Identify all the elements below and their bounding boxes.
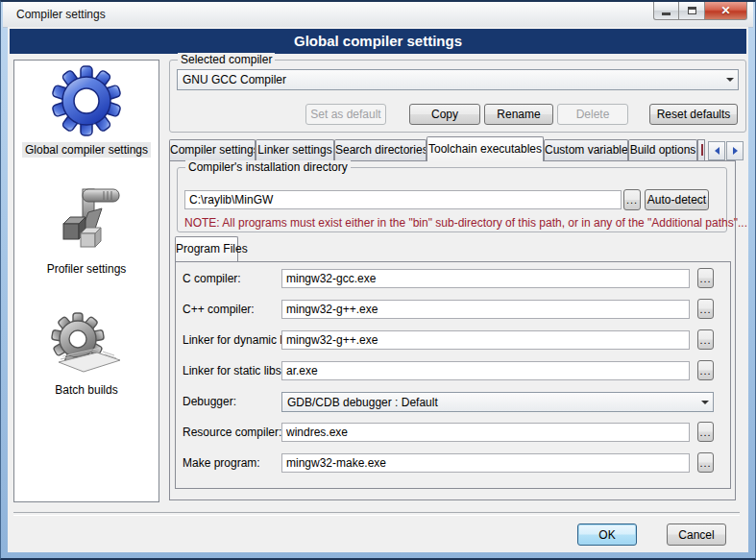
browse-linker-dynamic-button[interactable]: ... [697,329,714,350]
browse-installation-directory-button[interactable]: ... [623,189,641,210]
reset-defaults-button[interactable]: Reset defaults [649,104,738,125]
cpp-compiler-input[interactable] [281,300,690,319]
maximize-icon [688,7,696,14]
window-title: Compiler settings [16,8,106,21]
footer-separator [13,512,740,516]
browse-linker-static-button[interactable]: ... [697,360,714,380]
chevron-down-icon [721,70,738,89]
browse-c-compiler-button[interactable]: ... [697,268,714,288]
tab-compiler-settings[interactable]: Compiler settings [169,139,256,160]
auto-detect-button[interactable]: Auto-detect [645,189,709,210]
make-program-input[interactable] [281,453,690,473]
dialog-body: Global compiler settings [8,27,748,552]
resource-compiler-input[interactable] [281,423,690,442]
cancel-button[interactable]: Cancel [667,523,726,546]
compiler-settings-window: Compiler settings ✕ Global compiler sett… [0,0,756,560]
selected-compiler-value: GNU GCC Compiler [178,73,721,86]
tab-linker-settings[interactable]: Linker settings [256,139,334,160]
debugger-dropdown[interactable]: GDB/CDB debugger : Default [281,392,714,412]
maximize-button[interactable] [679,2,705,20]
arrow-right-icon [733,147,738,155]
subtab-program-files[interactable]: Program Files [175,236,238,261]
linker-dynamic-input[interactable] [281,330,690,350]
installation-directory-input[interactable] [184,190,622,209]
browse-make-program-button[interactable]: ... [697,452,714,473]
caption-buttons: ✕ [653,2,747,21]
debugger-value: GDB/CDB debugger : Default [282,396,696,409]
delete-button[interactable]: Delete [557,104,628,125]
set-as-default-button[interactable]: Set as default [305,104,386,125]
linker-static-input[interactable] [281,361,690,380]
installation-directory-group-label: Compiler's installation directory [185,160,351,174]
sidebar-item-global-compiler-settings[interactable]: Global compiler settings [14,143,159,157]
tab-partial[interactable] [697,139,705,160]
tab-scroll-left-button[interactable] [708,141,725,160]
caliper-icon[interactable] [14,182,159,258]
tab-custom-variables[interactable]: Custom variables [544,139,628,160]
settings-category-list[interactable]: Global compiler settings [13,60,159,502]
dialog-header-title: Global compiler settings [10,29,746,54]
installation-note: NOTE: All programs must exist either in … [184,216,747,230]
sidebar-item-profiler-settings[interactable]: Profiler settings [14,262,159,276]
close-button[interactable]: ✕ [705,2,747,20]
titlebar[interactable]: Compiler settings ✕ [3,2,753,28]
c-compiler-input[interactable] [281,269,690,288]
cpp-compiler-label: C++ compiler: [183,303,255,316]
selected-compiler-dropdown[interactable]: GNU GCC Compiler [177,69,739,90]
tab-toolchain-executables[interactable]: Toolchain executables [427,136,544,161]
c-compiler-label: C compiler: [183,272,241,285]
chevron-down-icon [696,393,713,411]
debugger-label: Debugger: [183,395,236,408]
rename-button[interactable]: Rename [484,104,553,125]
linker-static-label: Linker for static libs: [183,364,284,377]
make-program-label: Make program: [183,456,260,470]
minimize-icon [662,12,671,15]
tab-scroll-right-button[interactable] [726,141,744,160]
resource-compiler-label: Resource compiler: [183,426,281,439]
sidebar-item-batch-builds[interactable]: Batch builds [14,383,159,397]
blue-gear-icon[interactable] [14,64,159,137]
arrow-left-icon [715,147,719,155]
tab-search-directories[interactable]: Search directories [334,139,427,160]
gray-gear-paper-icon[interactable] [14,312,159,379]
copy-button[interactable]: Copy [409,104,480,125]
browse-resource-compiler-button[interactable]: ... [697,422,714,442]
browse-cpp-compiler-button[interactable]: ... [697,299,714,319]
ok-button[interactable]: OK [577,523,637,546]
tab-build-options[interactable]: Build options [628,139,697,160]
selected-compiler-group-label: Selected compiler [178,53,275,66]
close-icon: ✕ [720,5,730,16]
minimize-button[interactable] [653,2,679,20]
